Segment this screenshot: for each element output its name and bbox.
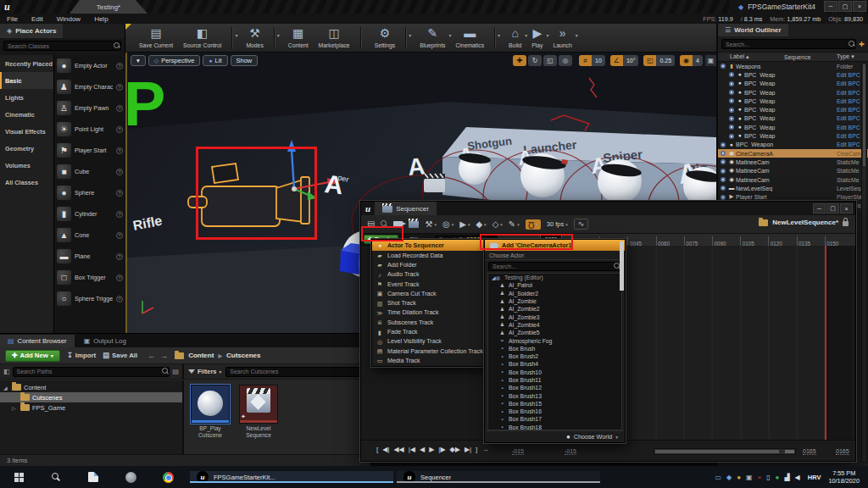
actor-list-item[interactable]: ▪ Box Brush11: [488, 376, 621, 384]
import-button[interactable]: ↧ Import: [67, 352, 96, 359]
visibility-eye-icon[interactable]: [718, 169, 727, 174]
sequencer-titlebar[interactable]: u Sequencer ─▢×: [361, 202, 855, 215]
outliner-row[interactable]: ● BPC_Weap Edit BPC: [718, 97, 868, 105]
transport-button[interactable]: |▶: [438, 446, 445, 453]
sequencer-tab[interactable]: Sequencer: [375, 202, 437, 215]
transform-tool-button[interactable]: ✚: [513, 55, 526, 66]
toolbar-button[interactable]: ⌂ Build: [509, 27, 521, 48]
toolbar-button[interactable]: ⚒ Modes: [246, 27, 274, 48]
transform-tool-button[interactable]: ◎: [559, 55, 572, 66]
search-classes-input[interactable]: [4, 43, 114, 49]
sequencer-toolbar-icon[interactable]: ▤: [367, 220, 375, 229]
sequencer-window[interactable]: u Sequencer ─▢× ▤: [360, 201, 856, 462]
sequencer-toolbar-icon[interactable]: ▶: [459, 220, 470, 229]
save-all-button[interactable]: ▤ Save All: [103, 352, 137, 359]
visibility-eye-icon[interactable]: [718, 186, 727, 191]
viewport-options-button[interactable]: ▾: [131, 55, 146, 66]
sequencer-toolbar-icon[interactable]: [393, 221, 403, 228]
menu-item[interactable]: Edit: [31, 15, 43, 23]
toolbar-button[interactable]: ✎ Blueprints: [420, 27, 445, 48]
placeable-actor[interactable]: ▲ Cone ?: [54, 225, 125, 246]
toolbar-button[interactable]: ◫ Marketplace: [319, 27, 361, 48]
tray-icon[interactable]: ▭: [715, 474, 721, 481]
sequencer-toolbar-icon[interactable]: ✎: [509, 220, 520, 229]
menu-item[interactable]: ♪ Audio Track: [372, 270, 499, 280]
filters-button[interactable]: Filters: [188, 368, 221, 375]
collapse-sources-icon[interactable]: ◧: [3, 368, 10, 375]
help-icon[interactable]: ?: [116, 169, 123, 175]
transport-button[interactable]: [: [376, 446, 378, 453]
transport-button[interactable]: |◀: [409, 446, 415, 453]
actor-list-item[interactable]: ▪ Box Brush4: [488, 360, 621, 368]
tray-icon[interactable]: ▣: [746, 474, 753, 481]
placeable-actor[interactable]: ● Empty Actor ?: [54, 55, 125, 76]
help-icon[interactable]: ?: [116, 147, 123, 154]
search-assets-input[interactable]: [226, 369, 365, 374]
transport-button[interactable]: ◀: [420, 446, 425, 453]
placeable-actor[interactable]: ▮ Cylinder ?: [54, 203, 125, 225]
outliner-filter-icon[interactable]: ✚: [859, 41, 865, 48]
outliner-column-headers[interactable]: Label ▴ Sequence Type ▾: [718, 52, 868, 62]
outliner-row[interactable]: ◉ MatineeCam_ StaticMe: [718, 175, 868, 184]
outliner-row[interactable]: ● BPC_Weap Edit BPC: [718, 131, 868, 140]
panel-tab[interactable]: ▣ Output Log: [76, 335, 134, 347]
tray-icon[interactable]: ◆: [726, 474, 732, 481]
menu-item[interactable]: ▥ Shot Track: [372, 298, 499, 308]
snap-value[interactable]: 10°: [623, 55, 639, 66]
outliner-row[interactable]: ● BPC_Weapon Edit BPC: [718, 141, 868, 149]
window-button[interactable]: ─: [824, 1, 837, 12]
asset-tile[interactable]: ✦ NewLevelSequence: [238, 385, 279, 450]
sequencer-toolbar-icon[interactable]: ⚒: [425, 220, 436, 229]
ruler-tick[interactable]: 0060: [656, 234, 684, 246]
ruler-tick[interactable]: 0135: [797, 234, 825, 246]
range-end-value[interactable]: 0165: [803, 448, 816, 455]
help-icon[interactable]: ?: [116, 190, 123, 197]
toolbar-button[interactable]: » Launch: [553, 27, 571, 48]
snap-control[interactable]: ◉ 4: [680, 55, 703, 66]
window-button[interactable]: ▢: [838, 1, 852, 12]
gimp-app-icon[interactable]: [112, 466, 149, 488]
forward-button[interactable]: →: [160, 352, 168, 360]
actor-list-item[interactable]: ◢◍ Testing (Editor): [488, 274, 621, 281]
sequencer-toolbar-icon[interactable]: ◇: [492, 220, 503, 229]
menu-item[interactable]: ▮ Fade Track: [372, 327, 499, 336]
actor-list-item[interactable]: ▪ Box Brush12: [488, 384, 621, 391]
ruler-tick[interactable]: 0105: [740, 234, 768, 246]
visibility-eye-icon[interactable]: [718, 177, 727, 182]
actor-list-item[interactable]: ▪ Box Brush10: [488, 369, 621, 376]
maximize-viewport-button[interactable]: ▣: [705, 55, 716, 66]
ruler-tick[interactable]: 0075: [684, 234, 712, 246]
visibility-eye-icon[interactable]: [726, 81, 736, 86]
show-button[interactable]: Show: [231, 55, 259, 66]
lit-button[interactable]: ● Lit: [203, 55, 227, 66]
help-icon[interactable]: ?: [116, 296, 123, 302]
cine-camera-actor[interactable]: [188, 164, 309, 226]
transport-button[interactable]: ]: [476, 446, 477, 453]
outliner-row[interactable]: ◉ MatineeCam_ StaticMe: [718, 167, 868, 175]
toolbar-button[interactable]: ▬ Cinematics: [455, 27, 495, 48]
clock[interactable]: 7:55 PM 10/18/2020: [828, 469, 863, 485]
menu-item[interactable]: ● Actor To Sequencer: [372, 240, 499, 251]
toolbar-button[interactable]: ▶ Play: [531, 27, 542, 48]
visibility-eye-icon[interactable]: [726, 72, 736, 77]
placeable-actor[interactable]: ■ Cube ?: [54, 161, 125, 182]
back-button[interactable]: ←: [147, 352, 155, 360]
tree-folder[interactable]: Cutscenes: [0, 392, 182, 402]
menu-item[interactable]: ≣ Subscenes Track: [372, 318, 499, 327]
visibility-eye-icon[interactable]: [718, 142, 727, 147]
menu-item[interactable]: ▤ Material Parameter Collection Track: [372, 347, 499, 356]
transport-button[interactable]: ◆▶: [450, 446, 460, 453]
actor-category[interactable]: Geometry: [0, 140, 53, 157]
help-icon[interactable]: ?: [116, 232, 123, 239]
sequencer-toolbar-icon[interactable]: [381, 220, 387, 228]
taskbar-app-button[interactable]: u FPSGameStarterKit...: [190, 471, 393, 483]
ruler-tick[interactable]: 0090: [712, 234, 740, 246]
snap-value[interactable]: 10: [592, 55, 605, 66]
outliner-row[interactable]: ▬ NewLevelSeq LevelSeq: [718, 184, 868, 192]
toolbar-button[interactable]: ⚙ Settings: [375, 27, 407, 48]
outliner-row[interactable]: ▣ CineCameraA CineCam: [718, 149, 868, 158]
actor-category[interactable]: Basic: [0, 72, 53, 89]
visibility-eye-icon[interactable]: [726, 90, 736, 95]
range-start-value[interactable]: -015: [512, 448, 524, 455]
window-button[interactable]: ×: [853, 1, 866, 12]
